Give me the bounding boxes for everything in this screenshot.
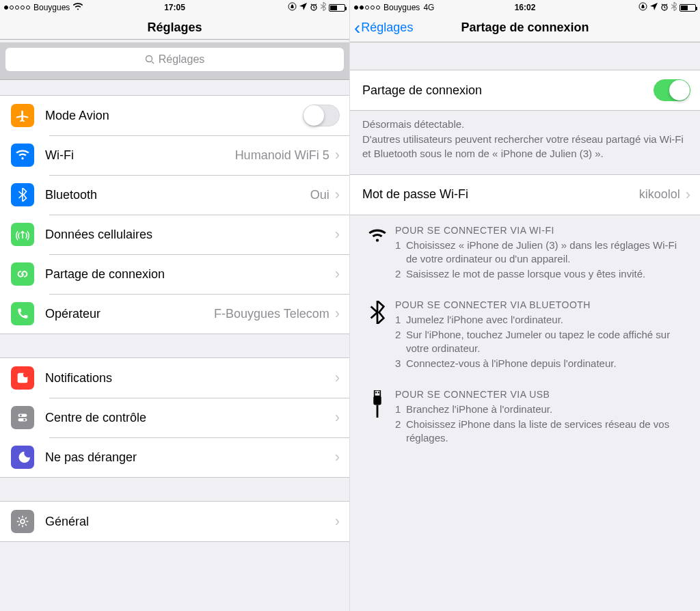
howto-step: 3Connectez-vous à l'iPhone depuis l'ordi…	[395, 357, 690, 370]
row-value: kikoolol	[639, 187, 680, 202]
row-label: Mot de passe Wi-Fi	[362, 187, 639, 202]
svg-rect-16	[377, 405, 379, 418]
row-value: Humanoid WiFi 5	[235, 148, 329, 163]
wifi-icon	[11, 144, 34, 167]
chevron-right-icon: ›	[335, 369, 340, 387]
howto-step: 1Branchez l'iPhone à l'ordinateur.	[395, 403, 690, 416]
page-title: Réglages	[7, 21, 342, 35]
search-placeholder: Réglages	[159, 53, 205, 66]
howto-step: 2Sur l'iPhone, touchez Jumeler ou tapez …	[395, 328, 690, 356]
gear-icon	[11, 510, 34, 533]
svg-rect-15	[373, 396, 381, 405]
group-connectivity: Mode Avion Wi-Fi Humanoid WiFi 5 › Bluet…	[0, 95, 349, 334]
discoverable-blurb: Désormais détectable. D'autres utilisate…	[350, 111, 700, 170]
blurb-heading: Désormais détectable.	[362, 118, 688, 131]
hotspot-switch[interactable]	[654, 79, 690, 101]
svg-point-8	[23, 419, 25, 421]
row-dnd[interactable]: Ne pas déranger ›	[0, 437, 349, 477]
status-bar: Bouygues 17:05	[0, 0, 349, 15]
airplane-switch[interactable]	[303, 105, 340, 126]
row-cellular[interactable]: Données cellulaires ›	[0, 215, 349, 254]
howto-step: 1Jumelez l'iPhone avec l'ordinateur.	[395, 313, 690, 327]
row-hotspot-toggle[interactable]: Partage de connexion	[350, 70, 700, 110]
row-mode-avion[interactable]: Mode Avion	[0, 96, 349, 135]
svg-rect-7	[18, 418, 27, 422]
row-wifi[interactable]: Wi-Fi Humanoid WiFi 5 ›	[0, 135, 349, 175]
row-wifi-password[interactable]: Mot de passe Wi-Fi kikoolol ›	[350, 175, 700, 215]
bluetooth-status-icon	[321, 2, 326, 13]
howto-step: 2Choisissez iPhone dans la liste de serv…	[395, 418, 690, 446]
battery-icon	[679, 4, 696, 12]
controlcenter-icon	[11, 406, 34, 429]
nav-bar: Réglages	[0, 15, 349, 40]
settings-root-screen: Bouygues 17:05 Réglages	[0, 0, 350, 611]
row-label: Wi-Fi	[45, 148, 235, 163]
row-value: F-Bouygues Telecom	[214, 307, 329, 321]
orientation-lock-icon	[288, 2, 297, 13]
howto-bluetooth: POUR SE CONNECTER VIA BLUETOOTH 1Jumelez…	[350, 290, 700, 379]
chevron-right-icon: ›	[335, 146, 340, 164]
hotspot-icon	[11, 262, 34, 286]
signal-strength-icon	[354, 5, 380, 10]
usb-icon	[360, 389, 395, 447]
carrier-label: Bouygues	[33, 3, 70, 12]
row-controlcenter[interactable]: Centre de contrôle ›	[0, 398, 349, 437]
row-notifications[interactable]: Notifications ›	[0, 358, 349, 398]
svg-rect-14	[378, 392, 379, 394]
status-time: 17:05	[164, 3, 185, 12]
group-general: Général ›	[0, 501, 349, 542]
battery-icon	[329, 4, 345, 12]
row-label: Général	[45, 515, 335, 529]
location-icon	[650, 3, 658, 12]
svg-rect-5	[18, 414, 27, 418]
chevron-right-icon: ›	[335, 226, 340, 243]
wifi-icon	[360, 225, 395, 283]
back-button[interactable]: ‹ Réglages	[354, 21, 413, 35]
location-icon	[299, 3, 307, 12]
phone-icon	[11, 302, 34, 325]
row-general[interactable]: Général ›	[0, 502, 349, 541]
svg-rect-12	[375, 390, 381, 396]
airplane-icon	[11, 104, 34, 127]
row-label: Mode Avion	[45, 109, 303, 123]
row-label: Opérateur	[45, 307, 214, 321]
dnd-icon	[11, 446, 34, 469]
howto-wifi: POUR SE CONNECTER VIA WI-FI 1Choisissez …	[350, 215, 700, 290]
network-label: 4G	[423, 3, 434, 12]
notifications-icon	[11, 366, 34, 390]
svg-point-2	[146, 56, 152, 62]
signal-strength-icon	[4, 5, 30, 10]
chevron-right-icon: ›	[335, 265, 340, 283]
row-label: Données cellulaires	[45, 228, 335, 242]
chevron-right-icon: ›	[335, 448, 340, 466]
alarm-icon	[660, 3, 669, 13]
row-hotspot[interactable]: Partage de connexion ›	[0, 254, 349, 294]
hotspot-screen: Bouygues 4G 16:02 ‹ Réglages Partage de …	[350, 0, 700, 611]
bluetooth-status-icon	[671, 2, 677, 13]
nav-bar: ‹ Réglages Partage de connexion	[350, 15, 700, 42]
search-input[interactable]: Réglages	[5, 48, 344, 71]
status-time: 16:02	[515, 3, 536, 12]
svg-point-6	[20, 414, 22, 416]
back-label: Réglages	[361, 21, 413, 35]
chevron-right-icon: ›	[335, 513, 340, 530]
row-bluetooth[interactable]: Bluetooth Oui ›	[0, 175, 349, 215]
group-toggle: Partage de connexion	[350, 70, 700, 111]
bluetooth-icon	[11, 183, 34, 206]
howto-title: POUR SE CONNECTER VIA BLUETOOTH	[395, 299, 690, 310]
cellular-icon	[11, 223, 34, 246]
row-carrier[interactable]: Opérateur F-Bouygues Telecom ›	[0, 294, 349, 334]
search-icon	[145, 55, 154, 64]
row-label: Centre de contrôle	[45, 411, 335, 425]
row-value: Oui	[310, 188, 329, 202]
howto-title: POUR SE CONNECTER VIA USB	[395, 389, 690, 400]
svg-rect-13	[375, 392, 377, 394]
chevron-right-icon: ›	[686, 186, 690, 204]
svg-point-9	[21, 519, 25, 524]
row-label: Partage de connexion	[45, 267, 335, 282]
group-password: Mot de passe Wi-Fi kikoolol ›	[350, 174, 700, 215]
chevron-left-icon: ‹	[354, 22, 360, 34]
carrier-label: Bouygues	[383, 3, 420, 12]
row-label: Ne pas déranger	[45, 450, 335, 465]
alarm-icon	[310, 3, 318, 13]
